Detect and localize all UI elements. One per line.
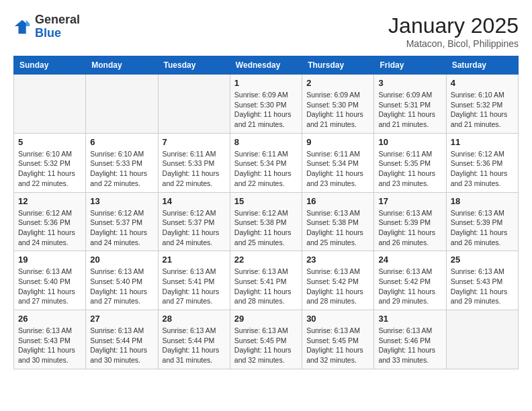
day-number: 17: [378, 196, 441, 206]
day-info: Sunrise: 6:13 AM Sunset: 5:46 PM Dayligh…: [378, 326, 441, 365]
day-cell: 16Sunrise: 6:13 AM Sunset: 5:38 PM Dayli…: [302, 192, 374, 251]
day-number: 31: [378, 314, 441, 324]
day-cell: 23Sunrise: 6:13 AM Sunset: 5:42 PM Dayli…: [302, 251, 374, 310]
day-cell: 24Sunrise: 6:13 AM Sunset: 5:42 PM Dayli…: [374, 251, 446, 310]
day-number: 30: [306, 314, 369, 324]
day-number: 18: [451, 196, 514, 206]
page-header: General Blue January 2025 Matacon, Bicol…: [13, 13, 519, 49]
day-number: 10: [378, 137, 441, 147]
header-row: SundayMondayTuesdayWednesdayThursdayFrid…: [14, 56, 519, 75]
day-number: 13: [90, 196, 153, 206]
header-sunday: Sunday: [14, 56, 86, 75]
day-cell: 18Sunrise: 6:13 AM Sunset: 5:39 PM Dayli…: [446, 192, 518, 251]
day-number: 8: [234, 137, 298, 147]
day-cell: 5Sunrise: 6:10 AM Sunset: 5:32 PM Daylig…: [14, 133, 86, 192]
day-cell: 28Sunrise: 6:13 AM Sunset: 5:44 PM Dayli…: [158, 310, 230, 369]
day-cell: 25Sunrise: 6:13 AM Sunset: 5:43 PM Dayli…: [446, 251, 518, 310]
day-number: 19: [18, 255, 81, 265]
day-cell: 6Sunrise: 6:10 AM Sunset: 5:33 PM Daylig…: [86, 133, 158, 192]
day-number: 23: [306, 255, 369, 265]
day-cell: 4Sunrise: 6:10 AM Sunset: 5:32 PM Daylig…: [446, 75, 518, 134]
day-cell: 17Sunrise: 6:13 AM Sunset: 5:39 PM Dayli…: [374, 192, 446, 251]
day-info: Sunrise: 6:12 AM Sunset: 5:36 PM Dayligh…: [18, 208, 81, 248]
day-info: Sunrise: 6:13 AM Sunset: 5:43 PM Dayligh…: [451, 267, 514, 306]
day-number: 11: [451, 137, 514, 147]
day-info: Sunrise: 6:13 AM Sunset: 5:38 PM Dayligh…: [306, 208, 369, 248]
day-cell: 12Sunrise: 6:12 AM Sunset: 5:36 PM Dayli…: [14, 192, 86, 251]
day-info: Sunrise: 6:13 AM Sunset: 5:41 PM Dayligh…: [234, 267, 298, 306]
day-info: Sunrise: 6:10 AM Sunset: 5:33 PM Dayligh…: [90, 149, 153, 189]
day-number: 24: [378, 255, 441, 265]
day-info: Sunrise: 6:13 AM Sunset: 5:44 PM Dayligh…: [163, 326, 226, 365]
day-info: Sunrise: 6:13 AM Sunset: 5:40 PM Dayligh…: [90, 267, 153, 306]
header-friday: Friday: [374, 56, 446, 75]
day-cell: [14, 75, 86, 134]
day-cell: 20Sunrise: 6:13 AM Sunset: 5:40 PM Dayli…: [86, 251, 158, 310]
day-cell: 26Sunrise: 6:13 AM Sunset: 5:43 PM Dayli…: [14, 310, 86, 369]
day-info: Sunrise: 6:13 AM Sunset: 5:44 PM Dayligh…: [90, 326, 153, 365]
day-number: 2: [306, 78, 369, 88]
week-row-5: 26Sunrise: 6:13 AM Sunset: 5:43 PM Dayli…: [14, 310, 519, 369]
day-cell: 19Sunrise: 6:13 AM Sunset: 5:40 PM Dayli…: [14, 251, 86, 310]
week-row-4: 19Sunrise: 6:13 AM Sunset: 5:40 PM Dayli…: [14, 251, 519, 310]
day-number: 27: [90, 314, 153, 324]
day-cell: 10Sunrise: 6:11 AM Sunset: 5:35 PM Dayli…: [374, 133, 446, 192]
day-number: 21: [163, 255, 226, 265]
day-number: 14: [163, 196, 226, 206]
day-number: 25: [451, 255, 514, 265]
calendar-header: SundayMondayTuesdayWednesdayThursdayFrid…: [14, 56, 519, 75]
day-cell: 30Sunrise: 6:13 AM Sunset: 5:45 PM Dayli…: [302, 310, 374, 369]
day-number: 26: [18, 314, 81, 324]
day-cell: 15Sunrise: 6:12 AM Sunset: 5:38 PM Dayli…: [230, 192, 302, 251]
svg-marker-1: [26, 20, 30, 26]
day-cell: 11Sunrise: 6:12 AM Sunset: 5:36 PM Dayli…: [446, 133, 518, 192]
day-info: Sunrise: 6:13 AM Sunset: 5:42 PM Dayligh…: [378, 267, 441, 306]
week-row-3: 12Sunrise: 6:12 AM Sunset: 5:36 PM Dayli…: [14, 192, 519, 251]
day-info: Sunrise: 6:10 AM Sunset: 5:32 PM Dayligh…: [18, 149, 81, 189]
day-cell: 21Sunrise: 6:13 AM Sunset: 5:41 PM Dayli…: [158, 251, 230, 310]
day-number: 7: [163, 137, 226, 147]
header-saturday: Saturday: [446, 56, 518, 75]
day-info: Sunrise: 6:13 AM Sunset: 5:40 PM Dayligh…: [18, 267, 81, 306]
day-number: 3: [378, 78, 441, 88]
day-number: 28: [163, 314, 226, 324]
day-info: Sunrise: 6:12 AM Sunset: 5:36 PM Dayligh…: [451, 149, 514, 189]
day-number: 16: [306, 196, 369, 206]
day-cell: 8Sunrise: 6:11 AM Sunset: 5:34 PM Daylig…: [230, 133, 302, 192]
week-row-1: 1Sunrise: 6:09 AM Sunset: 5:30 PM Daylig…: [14, 75, 519, 134]
logo-icon: [13, 17, 32, 36]
day-cell: [158, 75, 230, 134]
day-info: Sunrise: 6:13 AM Sunset: 5:42 PM Dayligh…: [306, 267, 369, 306]
day-cell: 14Sunrise: 6:12 AM Sunset: 5:37 PM Dayli…: [158, 192, 230, 251]
header-thursday: Thursday: [302, 56, 374, 75]
day-number: 6: [90, 137, 153, 147]
day-number: 9: [306, 137, 369, 147]
day-info: Sunrise: 6:13 AM Sunset: 5:43 PM Dayligh…: [18, 326, 81, 365]
day-info: Sunrise: 6:13 AM Sunset: 5:41 PM Dayligh…: [163, 267, 226, 306]
week-row-2: 5Sunrise: 6:10 AM Sunset: 5:32 PM Daylig…: [14, 133, 519, 192]
day-number: 15: [234, 196, 298, 206]
day-number: 5: [18, 137, 81, 147]
day-cell: [86, 75, 158, 134]
logo-line2: Blue: [35, 27, 80, 40]
header-monday: Monday: [86, 56, 158, 75]
day-info: Sunrise: 6:11 AM Sunset: 5:35 PM Dayligh…: [378, 149, 441, 189]
day-number: 1: [234, 78, 298, 88]
day-cell: [446, 310, 518, 369]
day-info: Sunrise: 6:09 AM Sunset: 5:30 PM Dayligh…: [234, 90, 298, 130]
day-info: Sunrise: 6:10 AM Sunset: 5:32 PM Dayligh…: [451, 90, 514, 130]
day-cell: 29Sunrise: 6:13 AM Sunset: 5:45 PM Dayli…: [230, 310, 302, 369]
day-cell: 9Sunrise: 6:11 AM Sunset: 5:34 PM Daylig…: [302, 133, 374, 192]
day-number: 4: [451, 78, 514, 88]
logo-line1: General: [35, 13, 80, 27]
day-info: Sunrise: 6:12 AM Sunset: 5:37 PM Dayligh…: [163, 208, 226, 248]
day-info: Sunrise: 6:09 AM Sunset: 5:31 PM Dayligh…: [378, 90, 441, 130]
subtitle: Matacon, Bicol, Philippines: [388, 38, 519, 49]
day-info: Sunrise: 6:11 AM Sunset: 5:34 PM Dayligh…: [234, 149, 298, 189]
day-number: 20: [90, 255, 153, 265]
header-tuesday: Tuesday: [158, 56, 230, 75]
day-cell: 22Sunrise: 6:13 AM Sunset: 5:41 PM Dayli…: [230, 251, 302, 310]
day-info: Sunrise: 6:13 AM Sunset: 5:39 PM Dayligh…: [378, 208, 441, 248]
day-info: Sunrise: 6:12 AM Sunset: 5:38 PM Dayligh…: [234, 208, 298, 248]
day-cell: 13Sunrise: 6:12 AM Sunset: 5:37 PM Dayli…: [86, 192, 158, 251]
